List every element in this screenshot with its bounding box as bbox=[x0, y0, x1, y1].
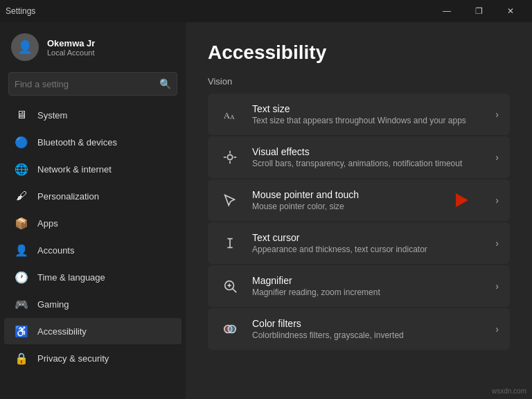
chevron-icon: › bbox=[495, 109, 499, 120]
sidebar-label-accounts: Accounts bbox=[37, 245, 74, 256]
chevron-icon: › bbox=[495, 195, 499, 206]
search-box[interactable]: 🔍 bbox=[8, 72, 177, 96]
visual-effects-icon bbox=[219, 146, 241, 168]
bluetooth-icon: 🔵 bbox=[15, 136, 28, 148]
search-icon: 🔍 bbox=[159, 78, 171, 89]
titlebar-controls: — ❐ ✕ bbox=[431, 0, 526, 22]
user-name: Okemwa Jr bbox=[47, 38, 95, 48]
sidebar: 👤 Okemwa Jr Local Account 🔍 🖥 System 🔵 B… bbox=[0, 22, 186, 399]
mouse-pointer-subtitle: Mouse pointer color, size bbox=[252, 202, 484, 211]
settings-item-magnifier[interactable]: Magnifier Magnifier reading, zoom increm… bbox=[208, 265, 510, 307]
titlebar: Settings — ❐ ✕ bbox=[0, 0, 532, 22]
time-icon: 🕐 bbox=[15, 271, 28, 283]
chevron-icon: › bbox=[495, 323, 499, 335]
svg-line-11 bbox=[233, 289, 237, 293]
text-cursor-text: Text cursor Appearance and thickness, te… bbox=[252, 232, 484, 254]
sidebar-item-apps[interactable]: 📦 Apps bbox=[4, 210, 181, 236]
arrow-indicator bbox=[456, 193, 468, 207]
text-cursor-subtitle: Appearance and thickness, text cursor in… bbox=[252, 245, 484, 254]
titlebar-title: Settings bbox=[6, 6, 35, 16]
magnifier-text: Magnifier Magnifier reading, zoom increm… bbox=[252, 275, 484, 297]
text-size-title: Text size bbox=[252, 103, 484, 114]
visual-effects-title: Visual effects bbox=[252, 146, 484, 157]
sidebar-item-personalization[interactable]: 🖌 Personalization bbox=[4, 183, 181, 209]
mouse-pointer-icon bbox=[219, 189, 241, 211]
settings-item-color-filters[interactable]: Color filters Colorblindness filters, gr… bbox=[208, 308, 510, 350]
sidebar-item-bluetooth[interactable]: 🔵 Bluetooth & devices bbox=[4, 129, 181, 155]
sidebar-label-apps: Apps bbox=[37, 218, 58, 229]
svg-point-2 bbox=[227, 154, 232, 159]
sidebar-label-personalization: Personalization bbox=[37, 191, 99, 202]
sidebar-label-gaming: Gaming bbox=[37, 299, 69, 310]
apps-icon: 📦 bbox=[15, 217, 28, 229]
accessibility-icon: ♿ bbox=[15, 325, 28, 337]
avatar: 👤 bbox=[11, 33, 39, 61]
settings-item-mouse-pointer[interactable]: Mouse pointer and touch Mouse pointer co… bbox=[208, 179, 510, 221]
settings-item-text-cursor[interactable]: Text cursor Appearance and thickness, te… bbox=[208, 222, 510, 264]
color-filters-title: Color filters bbox=[252, 318, 484, 329]
sidebar-item-network[interactable]: 🌐 Network & internet bbox=[4, 156, 181, 182]
user-subtitle: Local Account bbox=[47, 48, 95, 57]
privacy-icon: 🔒 bbox=[15, 352, 28, 364]
maximize-button[interactable]: ❐ bbox=[463, 0, 495, 22]
search-input[interactable] bbox=[15, 79, 159, 89]
settings-list: AA Text size Text size that appears thro… bbox=[208, 94, 510, 350]
settings-item-visual-effects[interactable]: Visual effects Scroll bars, transparency… bbox=[208, 136, 510, 178]
color-filters-text: Color filters Colorblindness filters, gr… bbox=[252, 318, 484, 340]
accounts-icon: 👤 bbox=[15, 244, 28, 256]
magnifier-subtitle: Magnifier reading, zoom increment bbox=[252, 287, 484, 297]
chevron-icon: › bbox=[495, 238, 499, 249]
chevron-icon: › bbox=[495, 152, 499, 163]
text-size-subtitle: Text size that appears throughout Window… bbox=[252, 116, 484, 125]
sidebar-item-accessibility[interactable]: ♿ Accessibility bbox=[4, 318, 181, 344]
page-title: Accessibility bbox=[208, 42, 510, 64]
svg-point-15 bbox=[228, 326, 236, 333]
text-cursor-icon bbox=[219, 232, 241, 254]
sidebar-label-bluetooth: Bluetooth & devices bbox=[37, 137, 117, 148]
text-size-icon: AA bbox=[219, 103, 241, 125]
visual-effects-text: Visual effects Scroll bars, transparency… bbox=[252, 146, 484, 168]
content-area: Accessibility Vision AA Text size Text s… bbox=[186, 22, 532, 399]
user-profile[interactable]: 👤 Okemwa Jr Local Account bbox=[0, 22, 186, 69]
svg-text:A: A bbox=[230, 114, 235, 121]
sidebar-item-gaming[interactable]: 🎮 Gaming bbox=[4, 291, 181, 317]
minimize-button[interactable]: — bbox=[431, 0, 463, 22]
sidebar-label-privacy: Privacy & security bbox=[37, 353, 109, 364]
mouse-pointer-title: Mouse pointer and touch bbox=[252, 189, 484, 200]
user-info: Okemwa Jr Local Account bbox=[47, 38, 95, 57]
sidebar-item-system[interactable]: 🖥 System bbox=[4, 102, 181, 128]
close-button[interactable]: ✕ bbox=[495, 0, 526, 22]
gaming-icon: 🎮 bbox=[15, 298, 28, 310]
mouse-pointer-text: Mouse pointer and touch Mouse pointer co… bbox=[252, 189, 484, 211]
sidebar-item-time[interactable]: 🕐 Time & language bbox=[4, 264, 181, 290]
sidebar-label-system: System bbox=[37, 110, 67, 121]
visual-effects-subtitle: Scroll bars, transparency, animations, n… bbox=[252, 159, 484, 168]
sidebar-label-accessibility: Accessibility bbox=[37, 326, 87, 337]
chevron-icon: › bbox=[495, 281, 499, 292]
magnifier-icon bbox=[219, 275, 241, 297]
network-icon: 🌐 bbox=[15, 163, 28, 175]
sidebar-label-network: Network & internet bbox=[37, 164, 112, 175]
nav-list: 🖥 System 🔵 Bluetooth & devices 🌐 Network… bbox=[0, 101, 186, 399]
color-filters-subtitle: Colorblindness filters, grayscale, inver… bbox=[252, 330, 484, 340]
text-cursor-title: Text cursor bbox=[252, 232, 484, 243]
magnifier-title: Magnifier bbox=[252, 275, 484, 286]
color-filters-icon bbox=[219, 318, 241, 340]
personalization-icon: 🖌 bbox=[15, 190, 28, 202]
system-icon: 🖥 bbox=[15, 109, 28, 121]
sidebar-item-accounts[interactable]: 👤 Accounts bbox=[4, 237, 181, 263]
watermark: wsxdn.com bbox=[492, 387, 526, 395]
sidebar-item-privacy[interactable]: 🔒 Privacy & security bbox=[4, 345, 181, 371]
main-layout: 👤 Okemwa Jr Local Account 🔍 🖥 System 🔵 B… bbox=[0, 22, 532, 399]
section-title: Vision bbox=[208, 76, 510, 87]
sidebar-label-time: Time & language bbox=[37, 272, 105, 283]
settings-item-text-size[interactable]: AA Text size Text size that appears thro… bbox=[208, 94, 510, 135]
text-size-text: Text size Text size that appears through… bbox=[252, 103, 484, 125]
